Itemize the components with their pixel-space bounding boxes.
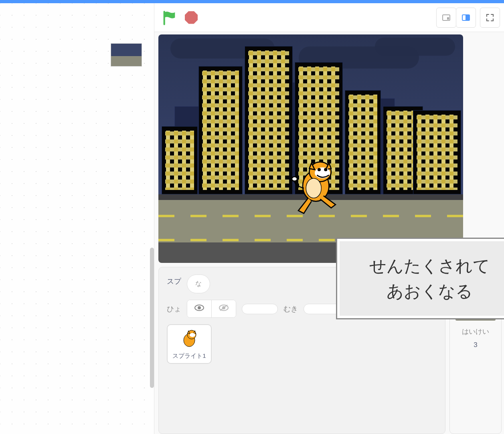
hide-button[interactable] — [211, 300, 236, 317]
scrollbar[interactable] — [150, 248, 154, 388]
svg-rect-3 — [466, 15, 470, 20]
annotation-text-1: せんたくされて — [348, 253, 504, 279]
show-label: ひょ — [167, 304, 181, 314]
direction-label: むき — [283, 304, 298, 314]
view-controls — [436, 8, 500, 28]
svg-point-9 — [306, 178, 321, 198]
sprite-label: スプ — [167, 277, 181, 286]
backdrop-label: はいけい — [450, 325, 501, 339]
svg-point-18 — [190, 333, 195, 337]
menu-bar — [0, 0, 504, 3]
right-area: スプ な y y ひょ — [154, 3, 504, 434]
show-button[interactable] — [187, 300, 211, 317]
annotation-text-2: あおくなる — [348, 279, 504, 304]
backdrop-thumbnail-small[interactable] — [111, 43, 142, 67]
fullscreen-button[interactable] — [480, 8, 500, 28]
large-stage-button[interactable] — [456, 8, 476, 28]
size-input[interactable] — [242, 304, 278, 314]
svg-rect-1 — [447, 17, 449, 20]
scripts-area[interactable] — [0, 3, 154, 434]
svg-point-12 — [198, 306, 201, 309]
sprite-name-input[interactable]: な — [187, 275, 210, 293]
stop-icon[interactable] — [185, 11, 198, 24]
stage-wrapper — [154, 32, 504, 267]
stage[interactable] — [158, 34, 463, 263]
small-stage-button[interactable] — [436, 8, 456, 28]
main-container: スプ な y y ひょ — [0, 3, 504, 434]
sprite-list: スプライト1 — [167, 324, 437, 364]
sprite-item-name: スプライト1 — [171, 352, 208, 360]
annotation-callout: せんたくされて あおくなる — [337, 239, 504, 318]
svg-point-10 — [292, 177, 298, 181]
green-flag-icon[interactable] — [162, 10, 178, 26]
cat-icon — [177, 328, 201, 348]
visibility-toggle — [187, 300, 236, 318]
svg-point-7 — [318, 168, 321, 171]
sprite-item[interactable]: スプライト1 — [167, 324, 212, 364]
scratch-cat-sprite[interactable] — [287, 159, 343, 219]
stage-controls-bar — [154, 3, 504, 32]
backdrop-count: 3 — [450, 339, 501, 365]
svg-point-8 — [324, 168, 327, 171]
